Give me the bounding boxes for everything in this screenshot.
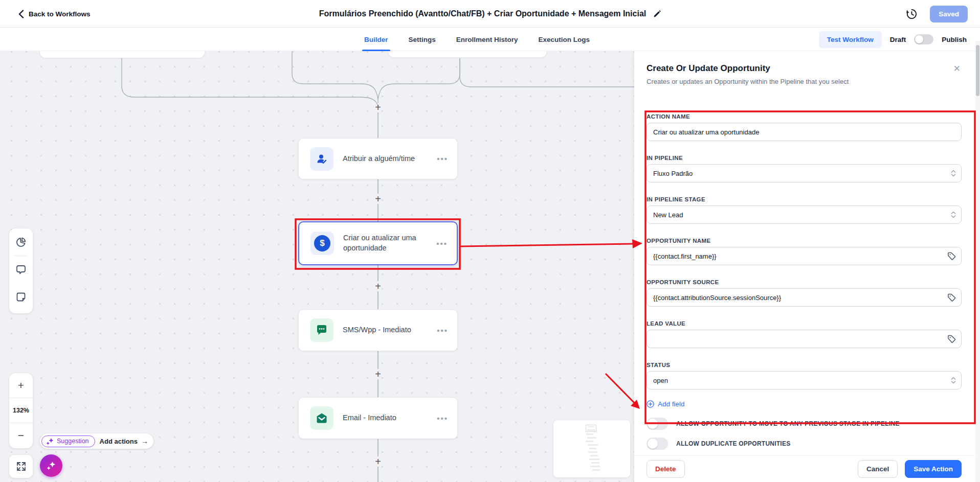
scrollbar-thumb[interactable] (976, 45, 979, 96)
chat-bubble-icon (15, 264, 27, 276)
add-field-button[interactable]: Add field (647, 400, 685, 408)
dollar-icon: $ (310, 232, 334, 255)
delete-button[interactable]: Delete (647, 460, 685, 478)
sparkles-icon (46, 461, 56, 471)
tabs-group: Builder Settings Enrollment History Exec… (364, 28, 590, 51)
minimap-node-bar (589, 458, 599, 460)
minimap-node-bar (592, 469, 600, 471)
add-step-button[interactable]: + (373, 102, 383, 112)
fullscreen-button[interactable] (9, 455, 33, 478)
canvas-tools-pill (9, 228, 33, 313)
stats-button[interactable] (9, 228, 33, 256)
save-action-button[interactable]: Save Action (905, 460, 962, 478)
field-lead-value: LEAD VALUE (647, 320, 962, 348)
tag-icon[interactable] (947, 252, 956, 261)
cancel-button[interactable]: Cancel (858, 460, 898, 478)
circle-plus-icon (647, 400, 654, 408)
pie-chart-icon (15, 237, 27, 248)
workflow-title: Formulários Preenchido (Avantto/Chat/FB)… (319, 9, 647, 18)
allow-duplicate-toggle[interactable] (647, 438, 668, 450)
tab-settings[interactable]: Settings (409, 28, 436, 51)
node-menu-button[interactable]: ••• (437, 326, 448, 335)
add-step-button[interactable]: + (373, 456, 383, 467)
toggle-row-duplicate: ALLOW DUPLICATE OPPORTUNITIES (647, 438, 962, 450)
node-menu-button[interactable]: ••• (437, 414, 448, 423)
field-status: STATUS open (647, 362, 962, 389)
node-menu-button[interactable]: ••• (436, 239, 448, 248)
action-node-sms[interactable]: SMS/Wpp - Imediato ••• (298, 309, 458, 351)
minimap-node-bar (587, 429, 595, 431)
action-node-assign-user[interactable]: Atribuir a alguém/time ••• (298, 138, 458, 179)
add-step-button[interactable]: + (373, 369, 383, 379)
minimap-node-bar (588, 444, 598, 446)
add-step-button[interactable]: + (373, 194, 383, 204)
draft-label: Draft (890, 36, 906, 43)
sms-icon (310, 318, 333, 342)
tag-icon[interactable] (947, 293, 956, 302)
zoom-controls: + 132% − (9, 373, 33, 448)
close-icon[interactable]: ✕ (952, 63, 962, 74)
allow-previous-stage-toggle[interactable] (647, 418, 668, 430)
in-pipeline-select[interactable]: Fluxo Padrão (647, 164, 962, 182)
publish-label: Publish (942, 36, 967, 43)
expand-icon (16, 462, 26, 471)
suggestion-button[interactable]: Suggestion (41, 435, 95, 447)
status-select[interactable]: open (647, 371, 962, 389)
field-opportunity-source: OPPORTUNITY SOURCE (647, 279, 962, 307)
suggestion-label: Suggestion (57, 438, 89, 445)
panel-scrollbar[interactable] (975, 41, 980, 482)
partial-node-top-center[interactable] (388, 51, 547, 58)
zoom-in-button[interactable]: + (9, 373, 33, 398)
partial-node-top-left[interactable] (39, 51, 205, 58)
email-icon (310, 406, 333, 430)
publish-toggle-knob (915, 35, 923, 43)
assign-user-icon (310, 147, 333, 171)
minimap-node-bar (590, 466, 600, 467)
suggestion-bar: Suggestion Add actions → (40, 433, 153, 449)
minimap-node-bar (589, 448, 596, 449)
field-action-name: ACTION NAME (647, 113, 962, 141)
tab-builder[interactable]: Builder (364, 28, 388, 51)
panel-footer: Delete Cancel Save Action (634, 455, 975, 482)
chevron-up-down-icon (951, 169, 956, 177)
chevron-up-down-icon (951, 211, 956, 219)
node-label: Criar ou atualizar uma oportunidade (343, 233, 427, 253)
add-step-button[interactable]: + (373, 281, 383, 291)
tab-execution-logs[interactable]: Execution Logs (539, 28, 590, 51)
action-node-email[interactable]: Email - Imediato ••• (298, 397, 458, 439)
workflow-canvas[interactable]: + + + + + Atribuir a alguém/time ••• $ C… (0, 51, 634, 482)
node-menu-button[interactable]: ••• (437, 154, 448, 163)
action-name-input[interactable] (647, 123, 962, 141)
back-label: Back to Workflows (29, 10, 91, 18)
ai-assistant-button[interactable] (40, 454, 62, 477)
minimap-node-bar (588, 426, 594, 427)
sticky-note-icon (15, 291, 27, 303)
node-label: SMS/Wpp - Imediato (343, 325, 428, 335)
test-workflow-button[interactable]: Test Workflow (819, 31, 882, 48)
version-history-icon[interactable] (906, 8, 918, 20)
comments-button[interactable] (9, 256, 33, 283)
minimap-node-bar (588, 451, 597, 453)
back-chevron-icon (18, 10, 24, 18)
zoom-level: 132% (9, 398, 33, 423)
minimap[interactable] (553, 420, 630, 477)
node-label: Atribuir a alguém/time (343, 154, 428, 164)
back-to-workflows-button[interactable]: Back to Workflows (18, 0, 91, 28)
tag-icon[interactable] (947, 335, 956, 343)
sparkles-icon (46, 438, 54, 445)
add-actions-button[interactable]: Add actions → (100, 437, 148, 445)
saved-button[interactable]: Saved (930, 6, 968, 22)
action-node-create-opportunity[interactable]: $ Criar ou atualizar uma oportunidade ••… (298, 221, 458, 265)
opportunity-name-input[interactable] (647, 247, 962, 265)
in-pipeline-stage-select[interactable]: New Lead (647, 205, 962, 224)
arrow-right-icon: → (141, 437, 148, 445)
publish-toggle[interactable] (914, 34, 933, 44)
tab-enrollment-history[interactable]: Enrollment History (456, 28, 518, 51)
edit-pencil-icon[interactable] (653, 10, 661, 18)
zoom-out-button[interactable]: − (9, 423, 33, 448)
notes-button[interactable] (9, 283, 33, 310)
opportunity-source-input[interactable] (647, 288, 962, 307)
minimap-node-bar (590, 455, 598, 456)
lead-value-input[interactable] (647, 330, 962, 348)
minimap-node-bar (587, 437, 596, 439)
